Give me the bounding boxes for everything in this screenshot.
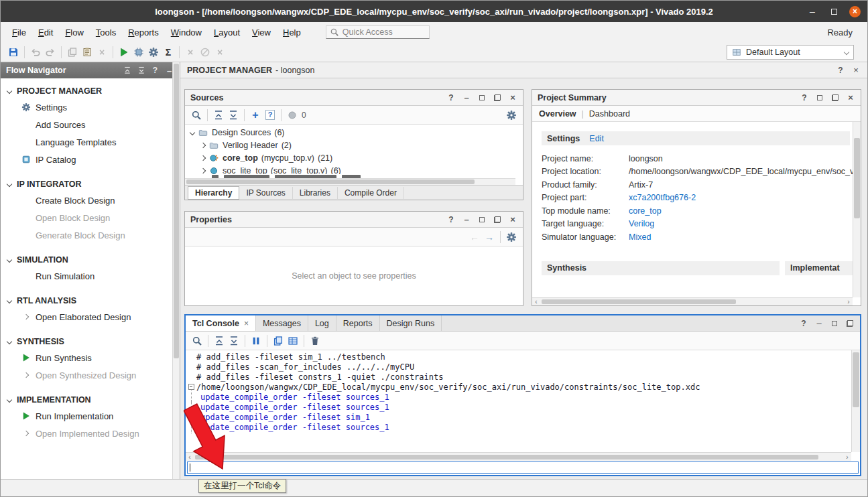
flow-item-run-implementation[interactable]: Run Implementation (1, 407, 180, 425)
minimize-icon[interactable]: – (462, 93, 471, 102)
chevron-right-icon[interactable] (200, 167, 206, 173)
quick-access-input[interactable]: Quick Access (326, 25, 430, 39)
vertical-scrollbar[interactable] (851, 350, 860, 452)
help-icon[interactable]: ? (446, 215, 456, 224)
back-icon[interactable]: ← (467, 230, 482, 244)
menu-tools[interactable]: Tools (90, 25, 122, 40)
forward-icon[interactable]: → (482, 230, 497, 244)
flow-item-add-sources[interactable]: Add Sources (1, 116, 180, 133)
tcl-command-input[interactable] (187, 462, 859, 474)
scrollbar-thumb[interactable] (174, 64, 179, 358)
help-icon[interactable]: ? (800, 93, 809, 102)
float-icon[interactable] (845, 319, 855, 328)
tab-dashboard[interactable]: Dashboard (589, 109, 630, 119)
scrollbar-thumb[interactable] (195, 455, 818, 459)
maximize-icon[interactable] (830, 319, 839, 328)
help-doc-icon[interactable]: ? (263, 108, 277, 123)
flow-section-implementation[interactable]: IMPLEMENTATION (1, 393, 180, 407)
layout-selector[interactable]: Default Layout (727, 45, 854, 60)
settings-icon[interactable] (146, 45, 161, 60)
menu-reports[interactable]: Reports (122, 25, 165, 40)
menu-window[interactable]: Window (165, 25, 208, 40)
help-icon[interactable]: ? (150, 66, 160, 76)
tab-tcl-console[interactable]: Tcl Console× (186, 315, 256, 331)
help-icon[interactable]: ? (836, 66, 845, 75)
flow-item-settings[interactable]: Settings (1, 98, 180, 116)
paste-icon[interactable] (80, 45, 95, 60)
report-icon[interactable]: Σ (161, 45, 176, 60)
float-icon[interactable] (830, 93, 840, 102)
flow-item-open-block-design[interactable]: Open Block Design (1, 209, 180, 226)
edit-link[interactable]: Edit (589, 134, 604, 143)
flow-section-simulation[interactable]: SIMULATION (1, 253, 180, 267)
flow-section-ip-integrator[interactable]: IP INTEGRATOR (1, 177, 180, 192)
save-icon[interactable] (6, 45, 21, 60)
scroll-right-icon[interactable]: › (845, 298, 853, 305)
expand-all-icon[interactable] (227, 334, 241, 348)
flow-item-language-templates[interactable]: Language Templates (1, 133, 180, 151)
tree-item-core-top[interactable]: core_top(mycpu_top.v)(21) (185, 151, 523, 164)
panel-settings-icon[interactable] (504, 108, 519, 123)
expand-all-icon[interactable] (136, 66, 146, 76)
pause-icon[interactable] (249, 334, 263, 348)
flow-item-open-implemented-design[interactable]: Open Implemented Design (1, 425, 180, 442)
minimize-icon[interactable]: – (462, 215, 471, 224)
sources-panel-header[interactable]: Sources ?–× (185, 90, 523, 106)
fold-marker-icon[interactable] (188, 384, 194, 390)
vertical-scrollbar[interactable] (172, 62, 180, 479)
help-icon[interactable]: ? (446, 93, 456, 102)
vertical-scrollbar[interactable] (853, 122, 861, 297)
close-tab-icon[interactable]: × (244, 319, 249, 328)
scroll-left-icon[interactable]: ‹ (532, 298, 540, 305)
horizontal-scrollbar[interactable] (185, 178, 515, 185)
redo-icon[interactable] (43, 45, 58, 60)
menu-layout[interactable]: Layout (208, 25, 246, 40)
minimize-icon[interactable]: – (814, 319, 824, 328)
maximize-icon[interactable] (477, 93, 487, 102)
flow-item-run-synthesis[interactable]: Run Synthesis (1, 349, 180, 366)
tab-hierarchy[interactable]: Hierarchy (188, 186, 239, 200)
properties-panel-header[interactable]: Properties ?–× (185, 212, 523, 228)
flow-item-run-simulation[interactable]: Run Simulation (1, 267, 180, 285)
messages-filter-icon[interactable] (285, 108, 300, 123)
stop-icon[interactable]: × (183, 45, 198, 60)
float-icon[interactable] (493, 93, 502, 102)
close-icon[interactable]: × (508, 93, 517, 102)
tree-item-design-sources[interactable]: Design Sources(6) (185, 126, 523, 139)
help-icon[interactable]: ? (799, 319, 808, 328)
run-icon[interactable] (117, 45, 131, 60)
copy-icon[interactable] (65, 45, 80, 60)
maximize-button[interactable] (828, 5, 840, 17)
float-icon[interactable] (493, 215, 502, 224)
chevron-right-icon[interactable] (200, 142, 206, 147)
flow-item-generate-block-design[interactable]: Generate Block Design (1, 226, 180, 244)
menu-help[interactable]: Help (277, 25, 307, 40)
tree-item-verilog-header[interactable]: Verilog Header(2) (185, 139, 523, 151)
menu-view[interactable]: View (246, 25, 277, 40)
horizontal-scrollbar[interactable]: ‹ › (186, 452, 851, 461)
flow-item-create-block-design[interactable]: Create Block Design (1, 192, 180, 209)
undo-icon[interactable] (28, 45, 43, 60)
scrollbar-thumb[interactable] (542, 299, 736, 304)
flow-section-rtl-analysis[interactable]: RTL ANALYSIS (1, 293, 180, 308)
flow-section-project-manager[interactable]: PROJECT MANAGER (1, 84, 180, 98)
scroll-right-icon[interactable]: › (843, 453, 851, 461)
queue-icon[interactable] (286, 334, 300, 348)
tab-ip-sources[interactable]: IP Sources (239, 187, 292, 199)
collapse-all-icon[interactable] (122, 66, 132, 76)
collapse-all-icon[interactable] (212, 334, 227, 348)
panel-settings-icon[interactable] (504, 230, 519, 244)
clear-icon[interactable] (308, 334, 322, 348)
scrollbar-thumb[interactable] (853, 352, 859, 407)
chevron-right-icon[interactable] (200, 155, 206, 160)
close-task-icon[interactable]: × (212, 45, 227, 60)
scrollbar-thumb[interactable] (854, 138, 860, 218)
tree-item-soc-lite-top[interactable]: soc_lite_top(soc_lite_top.v)(6) (185, 164, 523, 174)
flow-item-ip-catalog[interactable]: IP Catalog (1, 151, 180, 168)
tab-compile-order[interactable]: Compile Order (338, 187, 404, 199)
tab-overview[interactable]: Overview (539, 109, 576, 119)
maximize-icon[interactable] (477, 215, 487, 224)
close-icon[interactable]: × (851, 66, 861, 75)
tab-libraries[interactable]: Libraries (293, 187, 338, 199)
copy-icon[interactable] (271, 334, 286, 348)
